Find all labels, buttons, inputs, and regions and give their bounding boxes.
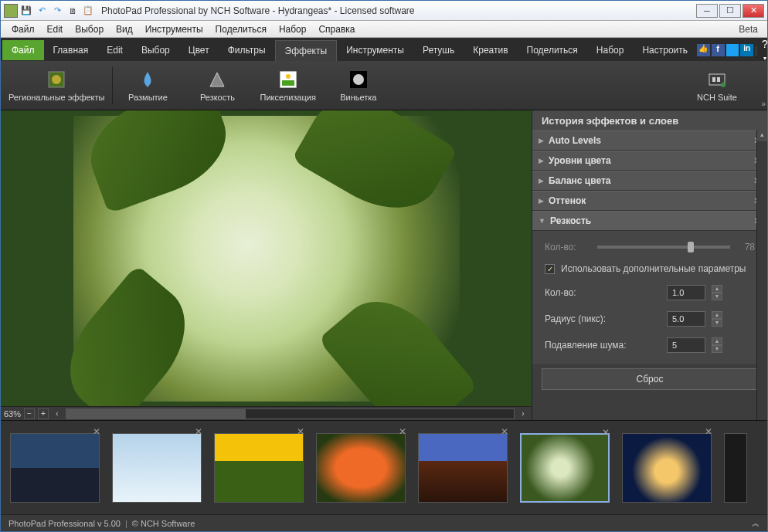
close-thumb-icon[interactable]: ✕ <box>399 426 406 437</box>
thumbnail[interactable] <box>724 433 747 503</box>
reset-button[interactable]: Сброс <box>542 368 758 390</box>
tab-retouch[interactable]: Ретушь <box>413 40 464 60</box>
twitter-icon[interactable] <box>726 44 739 56</box>
effects-history-panel: История эффектов и слоев ▶ Auto Levels ✕… <box>532 110 767 420</box>
thumbnail[interactable]: ✕ <box>622 433 712 503</box>
tab-creative[interactable]: Креатив <box>464 40 517 60</box>
tab-tools[interactable]: Инструменты <box>337 40 413 60</box>
layer-auto-levels[interactable]: ▶ Auto Levels ✕ <box>532 130 767 151</box>
amount-value: 78 <box>736 242 755 252</box>
undo-icon[interactable]: ↶ <box>35 4 49 18</box>
close-thumb-icon[interactable]: ✕ <box>602 427 610 438</box>
thumbnail[interactable]: ✕ <box>418 433 508 503</box>
save-icon[interactable]: 💾 <box>19 4 33 18</box>
tab-file[interactable]: Файл <box>2 40 44 60</box>
thumbnail-selected[interactable]: ✕ <box>520 433 610 503</box>
redo-icon[interactable]: ↷ <box>50 4 64 18</box>
layer-color-levels[interactable]: ▶ Уровни цвета ✕ <box>532 151 767 171</box>
scroll-up-arrow[interactable]: ▴ <box>757 130 767 141</box>
menu-edit[interactable]: Edit <box>41 22 70 36</box>
window-title: PhotoPad Professional by NCH Software - … <box>101 5 696 16</box>
tab-configure[interactable]: Настроить <box>633 40 697 60</box>
svg-rect-9 <box>717 77 720 82</box>
thumbnail[interactable]: ✕ <box>10 433 100 503</box>
minimize-button[interactable]: ─ <box>696 4 718 18</box>
tool-vignette[interactable]: Виньетка <box>324 66 393 105</box>
tool-regional-effects[interactable]: Региональные эффекты <box>1 66 112 105</box>
regional-effects-icon <box>46 69 66 90</box>
image-canvas[interactable] <box>1 110 532 406</box>
document-icon[interactable]: 🗎 <box>66 4 80 18</box>
close-thumb-icon[interactable]: ✕ <box>501 426 508 437</box>
layer-label: Баланс цвета <box>549 175 611 186</box>
tab-edit[interactable]: Edit <box>97 40 132 60</box>
layer-sharpen[interactable]: ▼ Резкость ✕ <box>532 211 767 231</box>
menu-select[interactable]: Выбор <box>69 22 110 36</box>
advanced-label: Использовать дополнительные параметры <box>561 263 746 274</box>
scroll-right-arrow[interactable]: › <box>518 409 528 418</box>
tab-filters[interactable]: Фильтры <box>219 40 275 60</box>
radius-label: Радиус (пикс): <box>545 313 661 324</box>
maximize-button[interactable]: ☐ <box>719 4 741 18</box>
clipboard-icon[interactable]: 📋 <box>81 4 95 18</box>
app-icon <box>4 4 18 18</box>
chevron-up-icon[interactable]: ︽ <box>752 518 760 529</box>
tool-nch-suite[interactable]: NCH Suite <box>682 66 752 105</box>
amount2-spinner[interactable]: ▲▼ <box>712 285 722 300</box>
blur-icon <box>138 69 158 90</box>
tab-share[interactable]: Поделиться <box>518 40 587 60</box>
tab-home[interactable]: Главная <box>44 40 98 60</box>
canvas-pane: 63% − + ‹ › <box>1 110 532 420</box>
tab-select[interactable]: Выбор <box>132 40 179 60</box>
beta-label: Beta <box>739 24 763 35</box>
zoom-bar: 63% − + ‹ › <box>1 406 532 420</box>
status-company: © NCH Software <box>132 519 195 528</box>
amount2-input[interactable] <box>667 285 705 300</box>
tool-pixelate[interactable]: Пикселизация <box>252 66 323 105</box>
close-thumb-icon[interactable]: ✕ <box>297 426 304 437</box>
status-version: v 5.00 <box>97 519 121 528</box>
tab-color[interactable]: Цвет <box>179 40 219 60</box>
menu-suite[interactable]: Набор <box>273 22 313 36</box>
linkedin-icon[interactable]: in <box>740 44 753 56</box>
advanced-checkbox[interactable]: ✓ <box>545 264 555 274</box>
vertical-scrollbar[interactable]: ▴ <box>756 130 767 420</box>
help-icon[interactable]: ? <box>759 38 768 63</box>
title-bar: 💾 ↶ ↷ 🗎 📋 PhotoPad Professional by NCH S… <box>1 1 767 21</box>
facebook-icon[interactable]: f <box>712 44 725 56</box>
zoom-out-button[interactable]: − <box>24 408 35 419</box>
horizontal-scrollbar[interactable] <box>66 408 515 419</box>
menu-view[interactable]: Вид <box>110 22 139 36</box>
expand-icon: ▶ <box>539 177 544 185</box>
menu-file[interactable]: Файл <box>5 22 41 36</box>
radius-input[interactable] <box>667 311 705 327</box>
thumbnail[interactable]: ✕ <box>214 433 304 503</box>
amount-slider[interactable] <box>597 246 730 249</box>
close-thumb-icon[interactable]: ✕ <box>93 426 100 437</box>
thumbnail[interactable]: ✕ <box>316 433 406 503</box>
menu-share[interactable]: Поделиться <box>209 22 273 36</box>
thumbnail[interactable]: ✕ <box>112 433 202 503</box>
tab-effects[interactable]: Эффекты <box>275 40 338 61</box>
close-button[interactable]: ✕ <box>743 4 764 18</box>
tool-blur[interactable]: Размытие <box>113 66 182 105</box>
zoom-level: 63% <box>4 409 21 418</box>
like-icon[interactable]: 👍 <box>697 44 710 56</box>
layer-hue[interactable]: ▶ Оттенок ✕ <box>532 191 767 211</box>
tool-label: Резкость <box>200 93 235 102</box>
radius-spinner[interactable]: ▲▼ <box>712 311 722 327</box>
noise-spinner[interactable]: ▲▼ <box>712 337 722 353</box>
noise-input[interactable] <box>667 337 705 353</box>
expand-toolbar-icon[interactable]: » <box>761 100 766 108</box>
scroll-left-arrow[interactable]: ‹ <box>52 409 63 418</box>
close-thumb-icon[interactable]: ✕ <box>195 426 202 437</box>
close-thumb-icon[interactable]: ✕ <box>705 426 712 437</box>
zoom-in-button[interactable]: + <box>38 408 49 419</box>
layer-label: Оттенок <box>549 195 586 206</box>
tab-suite[interactable]: Набор <box>587 40 634 60</box>
menu-tools[interactable]: Инструменты <box>139 22 209 36</box>
tool-sharpen[interactable]: Резкость <box>182 66 252 105</box>
layer-color-balance[interactable]: ▶ Баланс цвета ✕ <box>532 171 767 191</box>
expand-icon: ▶ <box>539 197 544 205</box>
menu-help[interactable]: Справка <box>312 22 361 36</box>
